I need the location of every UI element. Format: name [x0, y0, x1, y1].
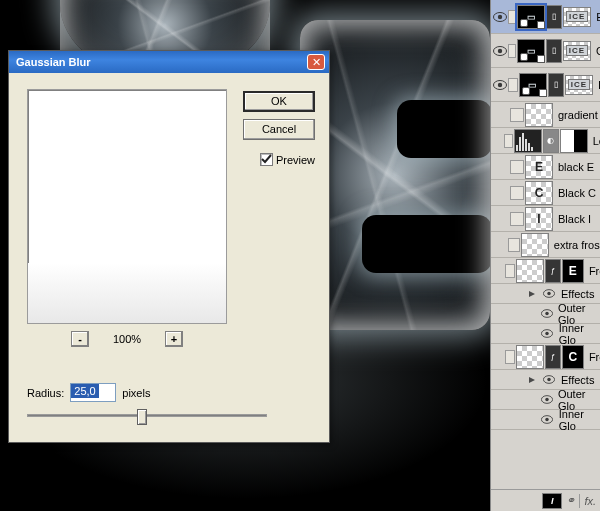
fx-visibility-icon[interactable] — [540, 326, 555, 342]
slider-track — [27, 414, 267, 417]
visibility-eye-icon[interactable] — [493, 77, 507, 93]
mask-thumbnail[interactable]: ICE — [563, 7, 591, 27]
visibility-eye-icon[interactable] — [493, 43, 507, 59]
fx-icon[interactable]: ƒ — [545, 259, 561, 283]
text-thumbnail[interactable]: C — [562, 345, 584, 369]
blur-preview-box[interactable] — [27, 89, 227, 324]
layer-row-frosty-e[interactable]: ƒ E Fro — [491, 258, 600, 284]
radius-slider[interactable] — [27, 407, 267, 425]
link-box[interactable] — [505, 350, 515, 364]
link-box[interactable] — [508, 10, 516, 24]
svg-point-1 — [498, 14, 502, 18]
zoom-out-button[interactable]: - — [71, 331, 89, 347]
footer-thumbnail[interactable]: I — [542, 493, 562, 509]
dialog-close-button[interactable]: ✕ — [307, 54, 325, 70]
fx-visibility-icon[interactable] — [541, 372, 557, 388]
link-box[interactable] — [508, 78, 518, 92]
adjustment-icon[interactable]: ◐ — [543, 129, 559, 153]
mask-thumbnail[interactable]: ICE — [565, 75, 593, 95]
link-box[interactable] — [510, 108, 524, 122]
levels-thumbnail[interactable] — [514, 129, 542, 153]
ok-button[interactable]: OK — [243, 91, 315, 112]
layer-row-black-e[interactable]: E black E — [491, 154, 600, 180]
visibility-eye-icon[interactable] — [493, 9, 507, 25]
layer-thumbnail[interactable]: ▭ — [517, 5, 545, 29]
layer-row-frosty-c[interactable]: ƒ C Fro — [491, 344, 600, 370]
link-box[interactable] — [510, 160, 524, 174]
fx-visibility-icon[interactable] — [541, 286, 557, 302]
layer-name[interactable]: Black C — [554, 187, 596, 199]
link-box[interactable] — [504, 134, 513, 148]
link-box[interactable] — [510, 186, 524, 200]
layer-thumbnail[interactable] — [521, 233, 549, 257]
layer-name[interactable]: Le — [589, 135, 600, 147]
disclosure-triangle-icon[interactable] — [527, 289, 537, 299]
layer-thumbnail[interactable]: ▭ — [517, 39, 545, 63]
layer-name[interactable]: Fro — [585, 351, 600, 363]
layer-thumbnail[interactable] — [516, 345, 544, 369]
layer-thumbnail[interactable]: C — [525, 181, 553, 205]
mask-thumbnail[interactable] — [560, 129, 588, 153]
preview-checkbox[interactable] — [260, 153, 273, 166]
visibility-toggle[interactable] — [493, 237, 507, 253]
layer-thumbnail[interactable]: E — [525, 155, 553, 179]
layer-row-ice-e[interactable]: ▭ ▯ ICE E — [491, 0, 600, 34]
visibility-toggle[interactable] — [493, 349, 504, 365]
layer-name[interactable]: E — [592, 11, 600, 23]
dialog-titlebar[interactable]: Gaussian Blur ✕ — [9, 51, 329, 73]
layer-name[interactable]: extra frosty — [550, 239, 600, 251]
layer-row-levels[interactable]: ◐ Le — [491, 128, 600, 154]
svg-point-5 — [498, 82, 502, 86]
layer-name[interactable]: C — [592, 45, 600, 57]
visibility-toggle[interactable] — [493, 159, 509, 175]
layer-row-gradient[interactable]: gradient — [491, 102, 600, 128]
layer-name[interactable]: black E — [554, 161, 594, 173]
smart-filter-icon[interactable]: ▯ — [548, 73, 564, 97]
mask-thumbnail[interactable]: ICE — [563, 41, 591, 61]
preview-checkbox-label: Preview — [276, 154, 315, 166]
link-box[interactable] — [508, 44, 516, 58]
smart-filter-icon[interactable]: ▯ — [546, 5, 562, 29]
layer-thumbnail[interactable] — [516, 259, 544, 283]
visibility-toggle[interactable] — [493, 133, 503, 149]
layer-thumbnail[interactable]: ▭ — [519, 73, 547, 97]
zoom-in-button[interactable]: + — [165, 331, 183, 347]
layer-thumbnail[interactable]: I — [525, 207, 553, 231]
fx-visibility-icon[interactable] — [540, 412, 555, 428]
checkmark-icon — [261, 154, 272, 165]
layer-name[interactable]: I — [594, 79, 600, 91]
link-box[interactable] — [508, 238, 520, 252]
smart-filter-icon[interactable]: ▯ — [546, 39, 562, 63]
visibility-toggle[interactable] — [493, 107, 509, 123]
layer-thumbnail[interactable] — [525, 103, 553, 127]
effect-inner-glow[interactable]: Inner Glo — [491, 324, 600, 344]
layer-row-black-c[interactable]: C Black C — [491, 180, 600, 206]
link-icon[interactable]: ⚭ — [566, 494, 575, 507]
radius-input[interactable]: 25,0 — [70, 383, 116, 402]
gaussian-blur-dialog: Gaussian Blur ✕ - 100% + OK Cancel Previ… — [8, 50, 330, 443]
fx-icon[interactable]: ƒ — [545, 345, 561, 369]
link-box[interactable] — [510, 212, 524, 226]
cancel-button[interactable]: Cancel — [243, 119, 315, 140]
link-box[interactable] — [505, 264, 515, 278]
visibility-toggle[interactable] — [493, 263, 504, 279]
text-thumbnail[interactable]: E — [562, 259, 584, 283]
visibility-toggle[interactable] — [493, 185, 509, 201]
layer-name[interactable]: Fro — [585, 265, 600, 277]
effect-inner-glow[interactable]: Inner Glo — [491, 410, 600, 430]
footer-separator — [579, 494, 580, 508]
fx-menu-button[interactable]: fx. — [584, 495, 596, 507]
visibility-toggle[interactable] — [493, 211, 509, 227]
layer-row-black-i[interactable]: I Black I — [491, 206, 600, 232]
layer-row-extra-frosty[interactable]: extra frosty — [491, 232, 600, 258]
layer-row-ice-i[interactable]: ▭ ▯ ICE I — [491, 68, 600, 102]
disclosure-triangle-icon[interactable] — [527, 375, 537, 385]
layer-name[interactable]: gradient — [554, 109, 598, 121]
layer-row-ice-c[interactable]: ▭ ▯ ICE C — [491, 34, 600, 68]
slider-thumb[interactable] — [137, 409, 147, 425]
fx-visibility-icon[interactable] — [540, 306, 554, 322]
layer-name[interactable]: Black I — [554, 213, 591, 225]
radius-label: Radius: — [27, 387, 64, 399]
fx-visibility-icon[interactable] — [540, 392, 554, 408]
frost-e-notch-bottom — [362, 215, 492, 273]
